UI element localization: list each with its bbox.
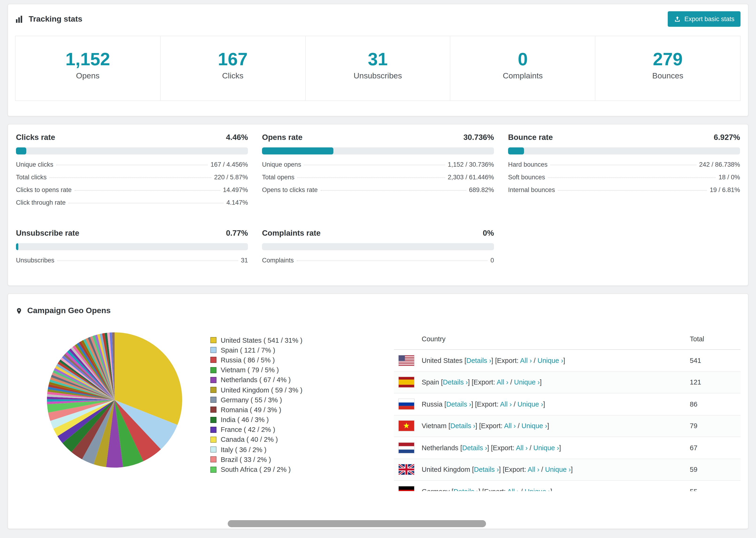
flag-es-icon: [399, 377, 414, 388]
legend-item[interactable]: Vietnam ( 79 / 5% ): [210, 365, 336, 375]
rate-progress-fill: [262, 147, 333, 154]
rate-detail-value: 2,303 / 61.446%: [448, 174, 494, 181]
legend-label: Russia ( 86 / 5% ): [221, 356, 275, 364]
flag-nl-icon: [399, 443, 414, 453]
legend-item[interactable]: Canada ( 40 / 2% ): [210, 435, 336, 445]
export-all-link[interactable]: All ›: [497, 379, 508, 386]
total-cell: 67: [690, 444, 740, 452]
details-link[interactable]: Details ›: [446, 401, 471, 408]
legend-swatch: [210, 397, 216, 403]
stat-box: 0Complaints: [450, 36, 596, 101]
export-all-link[interactable]: All ›: [507, 488, 519, 491]
rate-detail-rows: Unique opens1,152 / 30.736%Total opens2,…: [262, 158, 494, 196]
rate-block: Bounce rate6.927%Hard bounces242 / 86.73…: [508, 133, 740, 209]
export-basic-stats-button[interactable]: Export basic stats: [668, 11, 740, 27]
rate-head: Bounce rate6.927%: [508, 133, 740, 142]
flag-ru-icon: [399, 399, 414, 409]
export-all-link[interactable]: All ›: [520, 357, 532, 364]
details-link[interactable]: Details ›: [450, 422, 475, 430]
legend-label: India ( 46 / 3% ): [221, 416, 269, 423]
geo-table-row: Germany [Details ›] [Export: All › / Uni…: [394, 481, 740, 491]
country-cell: United States [Details ›] [Export: All ›…: [394, 355, 690, 366]
rate-detail-label: Soft bounces: [508, 174, 545, 181]
country-label: United Kingdom [Details ›] [Export: All …: [422, 466, 573, 473]
rate-title: Bounce rate: [508, 133, 553, 142]
horizontal-scrollbar-thumb[interactable]: [228, 520, 486, 527]
export-unique-link[interactable]: Unique ›: [514, 379, 540, 386]
legend-item[interactable]: France ( 42 / 2% ): [210, 425, 336, 435]
geo-table-rows: United States [Details ›] [Export: All ›…: [394, 350, 740, 491]
legend-label: Italy ( 36 / 2% ): [221, 446, 266, 453]
dotted-leader: [57, 260, 238, 261]
legend-item[interactable]: United States ( 541 / 31% ): [210, 335, 336, 345]
legend-item[interactable]: Russia ( 86 / 5% ): [210, 355, 336, 365]
export-unique-link[interactable]: Unique ›: [521, 422, 547, 430]
legend-item[interactable]: United Kingdom ( 59 / 3% ): [210, 385, 336, 395]
details-link[interactable]: Details ›: [443, 379, 468, 386]
legend-swatch: [210, 466, 216, 472]
rate-detail-value: 14.497%: [223, 187, 248, 193]
legend-swatch: [210, 457, 216, 463]
rate-value: 0%: [483, 229, 494, 238]
geo-table-row: United States [Details ›] [Export: All ›…: [394, 350, 740, 372]
legend-item[interactable]: India ( 46 / 3% ): [210, 415, 336, 425]
stats-row: 1,152Opens167Clicks31Unsubscribes0Compla…: [16, 36, 740, 101]
export-all-link[interactable]: All ›: [516, 444, 527, 452]
rate-detail-label: Opens to clicks rate: [262, 187, 318, 193]
dotted-leader: [75, 190, 220, 190]
rate-block: Unsubscribe rate0.77%Unsubscribes31: [16, 229, 248, 267]
dotted-leader: [558, 190, 707, 190]
rate-detail-rows: Unique clicks167 / 4.456%Total clicks220…: [16, 158, 248, 209]
rate-detail-row: Unique clicks167 / 4.456%: [16, 158, 248, 171]
tracking-stats-title-wrap: Tracking stats: [16, 14, 82, 24]
stat-box: 1,152Opens: [15, 36, 161, 101]
dotted-leader: [69, 203, 224, 203]
details-link[interactable]: Details ›: [474, 466, 499, 473]
rate-detail-row: Opens to clicks rate689.82%: [262, 184, 494, 196]
rate-block: Opens rate30.736%Unique opens1,152 / 30.…: [262, 133, 494, 209]
rate-detail-label: Unsubscribes: [16, 257, 54, 264]
legend-item[interactable]: Romania ( 49 / 3% ): [210, 405, 336, 415]
legend-label: Netherlands ( 67 / 4% ): [221, 376, 291, 384]
details-link[interactable]: Details ›: [462, 444, 487, 452]
stat-value: 1,152: [16, 49, 160, 70]
legend-item[interactable]: Brazil ( 33 / 2% ): [210, 455, 336, 464]
rate-detail-label: Unique opens: [262, 161, 301, 168]
export-unique-link[interactable]: Unique ›: [545, 466, 571, 473]
total-column-header: Total: [690, 335, 740, 343]
rate-head: Unsubscribe rate0.77%: [16, 229, 248, 238]
stat-label: Complaints: [451, 71, 595, 81]
legend-item[interactable]: Germany ( 55 / 3% ): [210, 395, 336, 405]
details-link[interactable]: Details ›: [466, 357, 491, 364]
geo-title-wrap: Campaign Geo Opens: [16, 306, 111, 315]
rate-detail-row: Total opens2,303 / 61.446%: [262, 171, 494, 184]
geo-table-row: Netherlands [Details ›] [Export: All › /…: [394, 437, 740, 459]
legend-item[interactable]: South Africa ( 29 / 2% ): [210, 464, 336, 474]
rate-detail-label: Complaints: [262, 257, 294, 264]
export-unique-link[interactable]: Unique ›: [537, 357, 563, 364]
country-label: Germany [Details ›] [Export: All › / Uni…: [422, 488, 552, 491]
export-unique-link[interactable]: Unique ›: [517, 401, 543, 408]
export-basic-stats-label: Export basic stats: [684, 16, 734, 23]
rate-detail-value: 0: [490, 257, 494, 264]
legend-item[interactable]: Italy ( 36 / 2% ): [210, 445, 336, 455]
flag-us-icon: [399, 355, 414, 366]
export-all-link[interactable]: All ›: [527, 466, 539, 473]
export-unique-link[interactable]: Unique ›: [533, 444, 559, 452]
tracking-stats-header: Tracking stats Export basic stats: [8, 4, 748, 34]
country-cell: Vietnam [Details ›] [Export: All › / Uni…: [394, 421, 690, 431]
legend-item[interactable]: Netherlands ( 67 / 4% ): [210, 375, 336, 385]
stat-value: 167: [161, 49, 305, 70]
rate-title: Clicks rate: [16, 133, 55, 142]
flag-de-icon: [399, 486, 414, 491]
export-unique-link[interactable]: Unique ›: [524, 488, 550, 491]
rate-detail-label: Click through rate: [16, 199, 66, 206]
pie-legend: United States ( 541 / 31% )Spain ( 121 /…: [210, 335, 336, 474]
export-all-link[interactable]: All ›: [500, 401, 512, 408]
legend-item[interactable]: Spain ( 121 / 7% ): [210, 345, 336, 355]
country-cell: United Kingdom [Details ›] [Export: All …: [394, 464, 690, 475]
export-all-link[interactable]: All ›: [504, 422, 516, 430]
rate-detail-row: Soft bounces18 / 0%: [508, 171, 740, 184]
details-link[interactable]: Details ›: [453, 488, 478, 491]
rate-progress-bar: [16, 147, 248, 154]
